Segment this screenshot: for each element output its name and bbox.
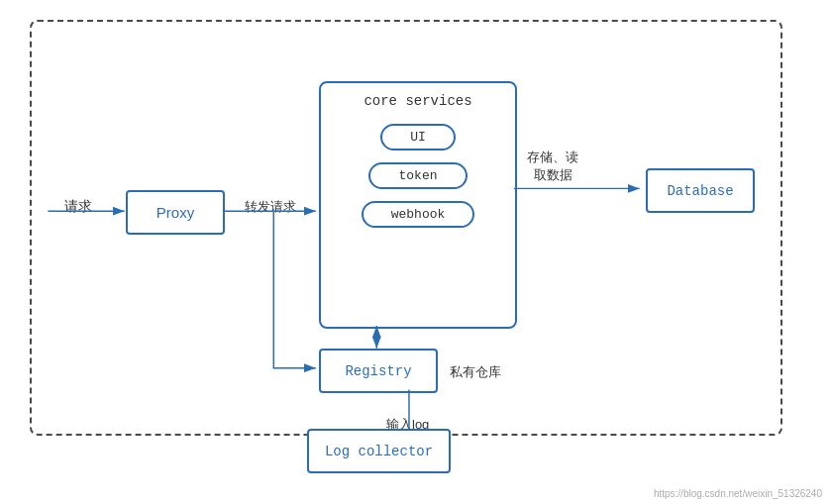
label-private-repo: 私有仓库: [450, 363, 501, 381]
log-collector-box: Log collector: [307, 429, 451, 473]
log-collector-label: Log collector: [325, 444, 433, 459]
core-item-webhook: webhook: [362, 201, 475, 228]
label-store-read: 存储、读取数据: [527, 149, 578, 184]
proxy-box: Proxy: [126, 190, 225, 235]
database-label: Database: [667, 183, 733, 199]
proxy-label: Proxy: [156, 204, 194, 221]
core-services-items: UI token webhook: [321, 124, 515, 228]
registry-label: Registry: [345, 363, 411, 379]
core-services-box: core services UI token webhook: [319, 81, 517, 329]
label-forward-request: 转发请求: [245, 198, 296, 216]
diagram-container: Proxy core services UI token webhook Dat…: [30, 20, 782, 436]
core-item-token: token: [368, 162, 467, 189]
watermark: https://blog.csdn.net/weixin_51326240: [654, 488, 822, 499]
label-request: 请求: [64, 198, 92, 216]
core-services-title: core services: [321, 93, 515, 109]
registry-box: Registry: [319, 349, 438, 393]
database-box: Database: [646, 168, 755, 213]
core-item-ui: UI: [380, 124, 456, 151]
